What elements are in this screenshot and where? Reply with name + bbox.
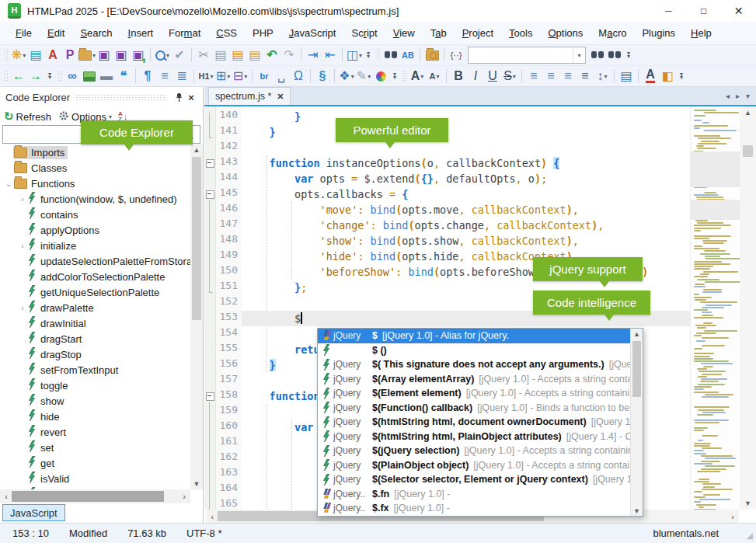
menu-view[interactable]: View (385, 27, 423, 39)
decrease-font-dropdown-icon[interactable]: ▾ (436, 73, 439, 80)
tree-item-getuniqueselectionpalette[interactable]: getUniqueSelectionPalette (0, 284, 190, 300)
autocomplete-item[interactable]: jQuery$(Function() callback)[jQuery 1.0]… (318, 401, 643, 416)
toolbar-grip[interactable] (402, 70, 406, 82)
menu-script[interactable]: Script (343, 27, 385, 39)
tree-item-initialize[interactable]: ›initialize (0, 238, 190, 253)
autocomplete-item[interactable]: jQuery$(htmlString html, PlainObject att… (318, 430, 643, 444)
numbered-list-button[interactable]: ≣ (173, 67, 190, 85)
save-all-button[interactable]: ▣ (113, 46, 130, 64)
scrollbar-thumb[interactable] (632, 341, 641, 397)
code-line-147[interactable]: 'change': bind(opts.change, callbackCont… (244, 218, 604, 233)
open-file-button[interactable]: ▾ (78, 46, 96, 64)
toolbar-overflow-icon[interactable]: ▾▾ (676, 73, 687, 79)
maximize-button[interactable]: □ (686, 0, 721, 22)
scroll-right-icon[interactable]: › (178, 489, 190, 503)
heading-button[interactable]: H1▾ (197, 67, 214, 85)
autocomplete-scrollbar[interactable]: ▲▼ (630, 329, 643, 516)
tab-spectrum-js[interactable]: spectrum.js * ✕ (208, 87, 291, 105)
paragraph-box-button[interactable]: ▤ (618, 67, 635, 85)
refresh-icon[interactable]: ↻ (4, 110, 14, 124)
paragraph-button[interactable]: ¶ (139, 67, 156, 85)
tree-item-classes[interactable]: Classes (0, 160, 190, 176)
code-line-153[interactable]: $ (244, 311, 302, 326)
autocomplete-item[interactable]: jQuery$(jQuery selection)[jQuery 1.0] - … (318, 444, 643, 458)
table-dropdown-icon[interactable]: ▾ (227, 73, 230, 80)
tree-expand-icon[interactable]: › (17, 304, 28, 312)
align-left-button[interactable]: ≡ (525, 67, 542, 85)
indent-button[interactable]: ⇥ (305, 46, 322, 64)
scroll-down-icon[interactable]: ▼ (740, 498, 756, 509)
tree-item-show[interactable]: show (0, 393, 190, 409)
align-right-button[interactable]: ≡ (559, 67, 577, 85)
tree-item-imports[interactable]: Imports (0, 144, 190, 160)
menu-help[interactable]: Help (683, 27, 719, 39)
menu-options[interactable]: Options (540, 27, 591, 39)
code-line-144[interactable]: var opts = $.extend({}, defaultOpts, o); (244, 171, 547, 186)
replace-button[interactable]: AB (399, 46, 416, 64)
panel-layout-dropdown-icon[interactable]: ▾ (359, 52, 362, 59)
menu-css[interactable]: CSS (208, 27, 245, 39)
gear-icon[interactable] (58, 110, 69, 124)
tab-scroll-left-icon[interactable]: ◂ (726, 92, 730, 100)
code-line-156[interactable]: } (244, 357, 276, 373)
toolbar-grip[interactable] (4, 49, 8, 61)
tag-dropdown-icon[interactable]: ▾ (351, 73, 354, 80)
table-button[interactable]: ⊞▾ (214, 67, 232, 85)
outdent-button[interactable]: ⇤ (322, 46, 339, 64)
code-line-141[interactable]: } (244, 124, 276, 140)
toolbar-grip[interactable] (376, 49, 380, 61)
spell-check-button[interactable]: ✔ (171, 46, 188, 64)
autocomplete-item[interactable]: jQuery$(Element element)[jQuery 1.0] - A… (318, 386, 643, 401)
paste-clipboard-button[interactable]: ▤ (246, 46, 263, 64)
scrollbar-thumb[interactable] (12, 491, 164, 502)
tree-item-contains[interactable]: contains (0, 207, 190, 222)
autocomplete-item[interactable]: jQuery$(PlainObject object)[jQuery 1.0] … (318, 458, 643, 473)
align-center-button[interactable]: ≡ (542, 67, 559, 85)
strikethrough-dropdown-icon[interactable]: ▾ (513, 73, 516, 80)
format-brush-button[interactable]: ✎▾ (355, 67, 372, 85)
menu-tools[interactable]: Tools (501, 27, 540, 39)
menu-tab[interactable]: Tab (423, 27, 455, 39)
format-brush-dropdown-icon[interactable]: ▾ (368, 73, 371, 80)
autocomplete-item[interactable]: jQuery$(Selector selector, Element or jQ… (318, 472, 643, 487)
tree-item-isvalid[interactable]: isValid (0, 471, 190, 486)
tab-scroll-right-icon[interactable]: ▸ (736, 92, 740, 100)
refresh-button[interactable]: Refresh (16, 111, 52, 123)
minimap[interactable] (690, 106, 740, 510)
heading-dropdown-icon[interactable]: ▾ (211, 73, 214, 80)
fill-color-button[interactable]: ◧ (659, 67, 676, 85)
toolbar-grip[interactable] (4, 70, 8, 82)
menu-search[interactable]: Search (72, 27, 120, 39)
tree-item-drawpalette[interactable]: ›drawPalette (0, 300, 190, 315)
new-html-document-button[interactable]: A (44, 46, 61, 64)
navigate-forward-button[interactable]: → (27, 67, 44, 85)
tree-expand-icon[interactable]: › (17, 242, 28, 250)
editor-vertical-scrollbar[interactable]: ▲ ▼ (740, 106, 756, 510)
insert-image-button[interactable] (81, 67, 98, 85)
form-button[interactable]: ⊟▾ (232, 67, 249, 85)
special-character-button[interactable]: Ω (290, 67, 307, 85)
tree-vertical-scrollbar[interactable]: ▲ ▼ (190, 144, 203, 489)
tree-item-applyoptions[interactable]: applyOptions (0, 222, 190, 238)
close-panel-icon[interactable]: × (185, 92, 197, 103)
tree-item-addcolortoselectionpalette[interactable]: addColorToSelectionPalette (0, 269, 190, 284)
tree-item-set[interactable]: set (0, 440, 190, 455)
scroll-left-icon[interactable]: ‹ (206, 510, 218, 523)
line-spacing-button[interactable]: ↕▾ (594, 67, 611, 85)
code-line-151[interactable]: }; (244, 280, 307, 295)
copy-button[interactable]: ▤ (212, 46, 229, 64)
find-button[interactable] (382, 46, 399, 64)
tree-item-drawinitial[interactable]: drawInitial (0, 315, 190, 331)
save-upload-button[interactable]: ▣⬆ (130, 46, 147, 64)
bold-button[interactable]: B (450, 67, 467, 85)
save-button[interactable]: ▣ (96, 46, 113, 64)
code-line-145[interactable]: opts.callbacks = { (244, 186, 408, 202)
toolbar-overflow-icon[interactable]: ▾▾ (363, 52, 374, 58)
menu-file[interactable]: File (8, 27, 40, 39)
non-breaking-space-button[interactable]: ␣ (273, 67, 290, 85)
line-break-button[interactable]: br (256, 67, 273, 85)
tag-button[interactable]: ❖▾ (338, 67, 355, 85)
tab-close-icon[interactable]: ✕ (277, 92, 284, 102)
fold-collapse-icon[interactable] (206, 159, 214, 168)
scroll-down-icon[interactable]: ▼ (631, 506, 643, 516)
